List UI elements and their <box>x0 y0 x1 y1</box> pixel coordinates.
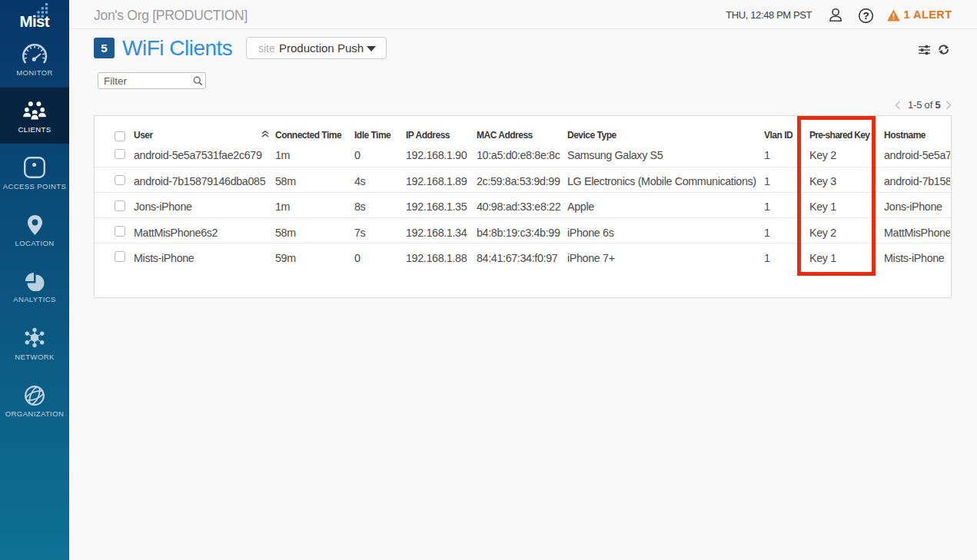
svg-text:?: ? <box>863 10 869 22</box>
svg-text:!: ! <box>892 12 896 21</box>
